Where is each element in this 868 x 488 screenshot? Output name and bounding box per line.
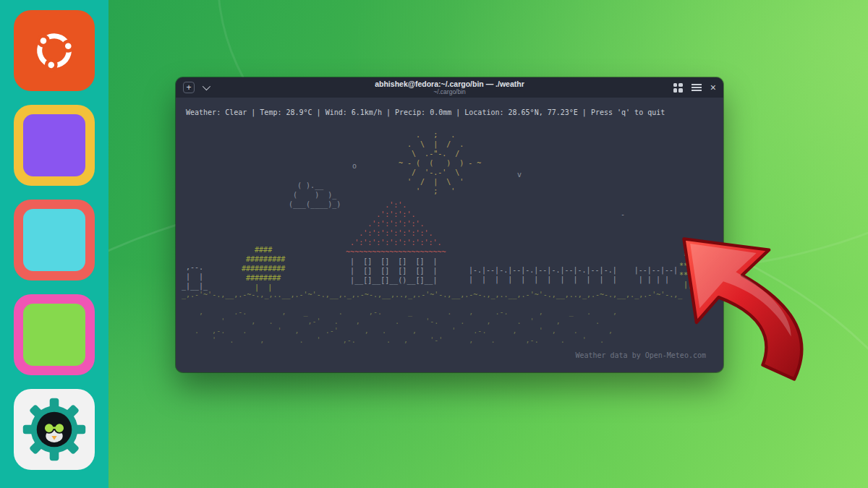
foss-gear-icon (14, 389, 95, 470)
cyan-app-fill (23, 209, 85, 271)
red-arrow (671, 226, 829, 385)
terminal-window: + abhishek@fedora:~/.cargo/bin — ./weath… (176, 77, 723, 372)
ascii-fence: |-.|--|-.|--|-.|--|-.|--|-.|--|-.| |--|-… (469, 265, 678, 284)
ascii-ground-texture: , .-. , _ . ,-. _ . , .-. , _ . , ' , . … (186, 307, 617, 345)
new-tab-button[interactable]: + (183, 82, 195, 93)
ascii-shed: ,--. | | _|__|_ (182, 262, 208, 291)
green-app-fill (23, 304, 85, 366)
tab-overview-icon[interactable] (673, 83, 683, 93)
gear-penguin-icon (22, 397, 87, 462)
window-title: abhishek@fedora:~/.cargo/bin — ./weathr (375, 80, 524, 88)
terminal-content[interactable]: Weather: Clear | Temp: 28.9°C | Wind: 6.… (176, 98, 723, 372)
terminal-titlebar[interactable]: + abhishek@fedora:~/.cargo/bin — ./weath… (176, 77, 723, 98)
ascii-house-body: | [] [] [] [] | | [] [] [] [] | |__[]__[… (324, 257, 438, 285)
ubuntu-logo-icon (14, 10, 95, 91)
ascii-ground-line: _,.-'~'-.,__,.-~-.,_,..__,.-'~'-.,__,._,… (182, 290, 682, 299)
window-subtitle: ~/.cargo/bin (433, 88, 466, 95)
titlebar-left-controls: + (183, 77, 208, 98)
close-icon[interactable]: × (710, 82, 716, 93)
ascii-bird: - (621, 210, 625, 219)
cyan-app-icon (14, 200, 95, 281)
ascii-bird: o (352, 161, 357, 171)
ascii-house-roof: .':'. .':':':'. .':':':':':'. .':':':':'… (324, 200, 446, 257)
titlebar-right-controls: × (673, 77, 716, 98)
hamburger-menu-icon[interactable] (692, 87, 702, 88)
ubuntu-circle-of-friends (26, 22, 82, 79)
ascii-bird: v (517, 170, 522, 179)
chevron-down-icon[interactable] (203, 82, 210, 90)
desktop: + abhishek@fedora:~/.cargo/bin — ./weath… (0, 0, 868, 488)
green-app-icon (14, 294, 95, 375)
icon-strip (0, 0, 109, 488)
ascii-sun: . ; . . \ | / . \ .-"-. / ~ - ( ( ) ) - … (399, 130, 481, 196)
purple-app-icon (14, 105, 95, 186)
weather-status-line: Weather: Clear | Temp: 28.9°C | Wind: 6.… (186, 108, 665, 117)
ascii-bushes: #### ######### ########## ######## | | (237, 245, 285, 292)
purple-app-fill (23, 114, 85, 176)
